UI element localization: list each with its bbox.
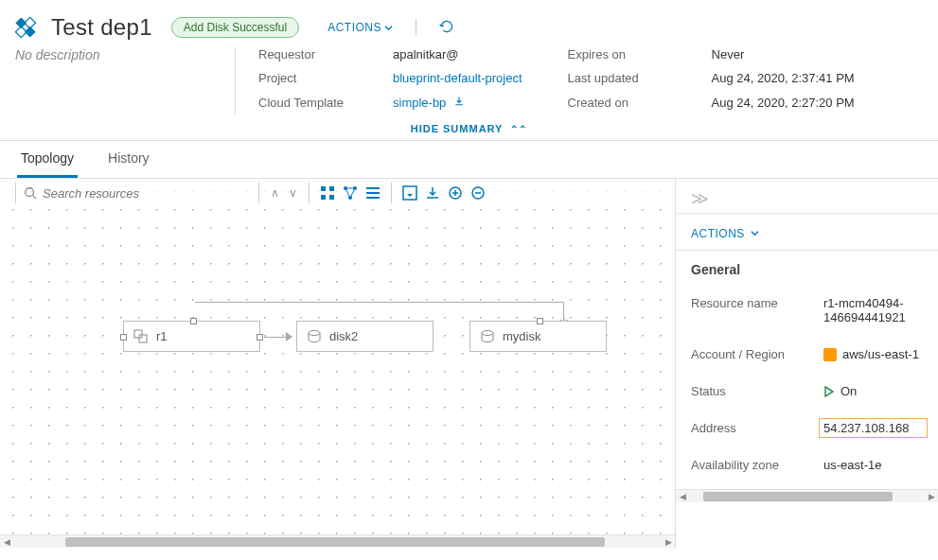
search-input[interactable] — [43, 186, 251, 201]
divider — [235, 47, 236, 115]
svg-rect-8 — [329, 195, 334, 200]
fit-screen-button[interactable] — [399, 183, 420, 203]
created-label: Created on — [568, 96, 681, 115]
prev-result[interactable]: ∧ — [267, 186, 283, 200]
page-title: Test dep1 — [51, 14, 152, 41]
zoom-out-button[interactable] — [468, 183, 488, 203]
svg-rect-15 — [403, 186, 416, 200]
node-disk2[interactable]: disk2 — [296, 321, 434, 352]
svg-rect-13 — [366, 192, 380, 194]
svg-point-21 — [482, 330, 493, 335]
svg-rect-18 — [134, 330, 142, 338]
hide-summary-toggle[interactable]: HIDE SUMMARY ⌃⌃ — [0, 115, 938, 140]
updated-label: Last updated — [568, 71, 681, 91]
next-result[interactable]: ∨ — [285, 186, 301, 200]
expires-value: Never — [712, 47, 855, 67]
status-badge: Add Disk Successful — [171, 17, 299, 38]
svg-rect-3 — [25, 26, 36, 38]
chevron-up-double-icon: ⌃⌃ — [510, 124, 527, 134]
canvas-h-scrollbar[interactable]: ◀ ▶ — [0, 534, 675, 548]
requestor-label: Requestor — [258, 47, 381, 67]
search-resources[interactable] — [24, 186, 251, 201]
view-graph-button[interactable] — [340, 183, 361, 203]
status-value: On — [823, 384, 923, 398]
refresh-button[interactable] — [439, 19, 454, 37]
arrow-connector — [260, 325, 296, 348]
created-value: Aug 24, 2020, 2:27:20 PM — [712, 96, 855, 115]
svg-rect-5 — [321, 186, 326, 191]
requestor-value: apalnitkar@ — [393, 47, 522, 67]
address-value: 54.237.108.168 — [819, 418, 928, 438]
disk-icon — [480, 329, 495, 344]
expires-label: Expires on — [568, 47, 681, 67]
side-actions-dropdown[interactable]: ACTIONS — [676, 214, 938, 250]
play-icon — [823, 386, 835, 397]
refresh-icon — [439, 19, 454, 34]
address-label: Address — [691, 421, 823, 435]
svg-rect-2 — [15, 17, 27, 28]
disk-icon — [307, 329, 322, 344]
details-panel: ≫ ACTIONS General Resource name r1-mcm40… — [675, 179, 938, 548]
scroll-thumb[interactable] — [65, 537, 605, 547]
template-label: Cloud Template — [258, 96, 381, 115]
canvas-grid[interactable] — [0, 179, 675, 548]
export-button[interactable] — [422, 183, 443, 203]
az-label: Availability zone — [691, 458, 823, 472]
tab-history[interactable]: History — [104, 141, 153, 178]
zoom-in-button[interactable] — [445, 183, 466, 203]
vm-icon — [133, 329, 149, 344]
scroll-right-arrow[interactable]: ▶ — [662, 535, 675, 549]
search-icon — [24, 186, 37, 200]
status-label: Status — [691, 384, 823, 398]
separator — [416, 19, 416, 36]
svg-rect-14 — [366, 197, 380, 199]
actions-dropdown[interactable]: ACTIONS — [327, 21, 393, 34]
project-label: Project — [258, 71, 381, 91]
template-link[interactable]: simple-bp — [393, 96, 522, 115]
scroll-right-arrow[interactable]: ▶ — [925, 490, 938, 503]
account-label: Account / Region — [691, 347, 823, 361]
tab-topology[interactable]: Topology — [17, 141, 78, 178]
svg-rect-6 — [329, 186, 334, 191]
node-mydisk[interactable]: mydisk — [469, 321, 607, 352]
svg-rect-12 — [366, 187, 380, 189]
svg-point-20 — [309, 330, 320, 335]
account-value: aws/us-east-1 — [823, 347, 923, 361]
download-icon — [453, 96, 465, 107]
updated-value: Aug 24, 2020, 2:37:41 PM — [712, 71, 855, 91]
deployment-logo-icon — [11, 13, 40, 42]
collapse-panel-icon[interactable]: ≫ — [676, 179, 938, 213]
node-r1[interactable]: r1 — [123, 321, 260, 352]
side-h-scrollbar[interactable]: ◀ ▶ — [676, 489, 938, 502]
resource-name-label: Resource name — [691, 296, 823, 324]
chevron-down-icon — [384, 24, 393, 32]
connector-line — [195, 302, 564, 323]
svg-rect-19 — [139, 335, 147, 342]
scroll-left-arrow[interactable]: ◀ — [0, 535, 13, 549]
section-general: General — [676, 251, 938, 285]
svg-point-4 — [26, 188, 34, 197]
resource-name-value: r1-mcm40494-146694441921 — [823, 296, 923, 324]
scroll-left-arrow[interactable]: ◀ — [676, 490, 689, 503]
view-grid-button[interactable] — [317, 183, 338, 203]
chevron-down-icon — [751, 229, 759, 237]
project-link[interactable]: blueprint-default-project — [393, 71, 522, 91]
aws-icon — [823, 348, 837, 361]
view-list-button[interactable] — [363, 183, 383, 203]
scroll-thumb[interactable] — [703, 492, 893, 501]
az-value: us-east-1e — [823, 458, 923, 472]
svg-rect-7 — [321, 195, 326, 200]
